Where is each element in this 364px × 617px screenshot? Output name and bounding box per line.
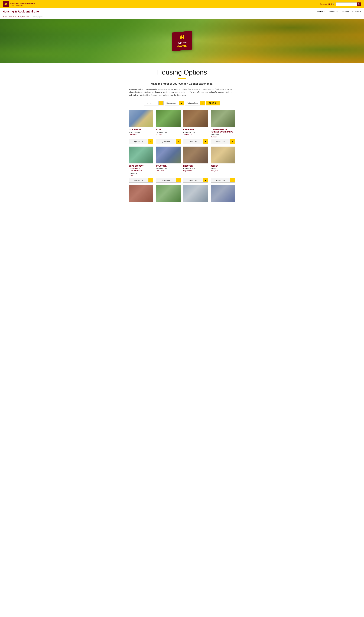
card-name-17th-avenue[interactable]: 17TH AVENUE (129, 128, 153, 131)
card-image-como (129, 146, 153, 163)
lock-icon: 🔒 (332, 3, 334, 5)
housing-card-keeler: KEELER Apartment Dinkytown Quick Look ▼ (211, 146, 235, 183)
roommates-filter-group: Roommates ▼ (165, 101, 184, 105)
hero-banner: M We are driven. (0, 19, 364, 63)
breadcrumb-home[interactable]: Home (3, 16, 7, 18)
card-type-frontier: Residence Hall (183, 168, 208, 170)
card-type-17th-avenue: Residence Hall (129, 131, 153, 133)
quick-look-arrow-como[interactable]: ▼ (148, 178, 153, 183)
quick-look-arrow-comstock[interactable]: ▼ (176, 178, 181, 183)
page-subtitle: Make the most of your Golden Gopher expe… (129, 82, 235, 85)
quick-look-bailey: Quick Look ▼ (156, 139, 181, 144)
housing-card-row3d (211, 185, 235, 203)
main-nav: Housing & Residential Life Live Here Com… (0, 8, 364, 15)
quick-look-arrow-centennial[interactable]: ▼ (203, 139, 208, 144)
quick-look-arrow-17th-avenue[interactable]: ▼ (148, 139, 153, 144)
myu-link[interactable]: MyU 🔒 (328, 3, 334, 5)
card-image-row3c (183, 185, 208, 202)
global-search: 🔍 (336, 2, 361, 6)
quick-look-btn-como[interactable]: Quick Look (129, 178, 148, 183)
quick-look-arrow-commonwealth[interactable]: ▼ (230, 139, 235, 144)
one-stop-link[interactable]: One Stop (320, 3, 327, 5)
global-search-button[interactable]: 🔍 (357, 2, 361, 6)
quick-look-frontier: Quick Look ▼ (183, 178, 208, 183)
housing-card-como: COMO STUDENT COMMUNITY COOPERATIVE Townh… (129, 146, 153, 183)
card-neighborhood-17th-avenue[interactable]: Dinkytown (129, 133, 153, 135)
housing-card-bailey: BAILEY Residence Hall St. Paul Quick Loo… (156, 110, 181, 144)
neighborhood-select[interactable]: Neighborhood (185, 101, 200, 105)
card-neighborhood-como[interactable]: Como (129, 174, 153, 176)
iam-filter-group: I am a... ▼ (144, 101, 164, 105)
card-type-commonwealth: Townhouse (211, 134, 235, 136)
breadcrumb-neighborhoods[interactable]: Neighborhoods (18, 16, 29, 18)
breadcrumb-live-here[interactable]: Live Here (9, 16, 16, 18)
card-neighborhood-comstock[interactable]: East River (156, 170, 181, 172)
nav-residents[interactable]: Residents (341, 11, 349, 13)
housing-card-17th-avenue: 17TH AVENUE Residence Hall Dinkytown Qui… (129, 110, 153, 144)
quick-look-btn-keeler[interactable]: Quick Look (211, 178, 230, 183)
card-type-keeler: Apartment (211, 168, 235, 170)
card-image-frontier (183, 146, 208, 163)
iam-select[interactable]: I am a... (144, 101, 158, 105)
card-name-centennial[interactable]: CENTENNIAL (183, 128, 208, 131)
card-name-commonwealth[interactable]: COMMONWEALTH TERRACE COOPERATIVE (211, 128, 235, 133)
nav-covid[interactable]: COVID-19 (352, 11, 361, 13)
university-name: University of Minnesota (10, 2, 35, 4)
card-type-comstock: Residence Hall (156, 168, 181, 170)
card-neighborhood-bailey[interactable]: St. Paul (156, 133, 181, 135)
quick-look-btn-17th-avenue[interactable]: Quick Look (129, 139, 148, 144)
roommates-select[interactable]: Roommates (165, 101, 179, 105)
quick-look-arrow-bailey[interactable]: ▼ (176, 139, 181, 144)
nav-links: Live Here Community Residents COVID-19 (316, 11, 361, 13)
site-title[interactable]: Housing & Residential Life (3, 10, 39, 13)
search-button[interactable]: SEARCH (206, 101, 220, 105)
quick-look-btn-commonwealth[interactable]: Quick Look (211, 139, 230, 144)
global-search-input[interactable] (336, 2, 357, 6)
quick-look-btn-bailey[interactable]: Quick Look (156, 139, 176, 144)
quick-look-17th-avenue: Quick Look ▼ (129, 139, 153, 144)
card-neighborhood-centennial[interactable]: Superblock (183, 133, 208, 135)
main-content: Housing Options Make the most of your Go… (126, 63, 238, 209)
quick-look-btn-frontier[interactable]: Quick Look (183, 178, 203, 183)
neighborhood-dropdown-arrow[interactable]: ▼ (200, 101, 205, 105)
roommates-dropdown-arrow[interactable]: ▼ (179, 101, 184, 105)
card-type-como: Townhouse (129, 172, 153, 174)
hero-sign: M We are driven. (172, 31, 192, 51)
university-tagline: Driven to Discover® (10, 4, 35, 6)
nav-live-here[interactable]: Live Here (316, 11, 325, 13)
card-name-comstock[interactable]: COMSTOCK (156, 165, 181, 167)
card-name-frontier[interactable]: FRONTIER (183, 165, 208, 167)
card-name-keeler[interactable]: KEELER (211, 165, 235, 167)
quick-look-btn-comstock[interactable]: Quick Look (156, 178, 176, 183)
card-image-keeler (211, 146, 235, 163)
nav-community[interactable]: Community (328, 11, 338, 13)
card-name-como[interactable]: COMO STUDENT COMMUNITY COOPERATIVE (129, 165, 153, 172)
hero-m-logo: M (177, 34, 187, 40)
housing-card-row3a (129, 185, 153, 203)
housing-grid: 17TH AVENUE Residence Hall Dinkytown Qui… (129, 110, 235, 203)
page-title: Housing Options (129, 68, 235, 76)
housing-card-frontier: FRONTIER Residence Hall Superblock Quick… (183, 146, 208, 183)
card-name-bailey[interactable]: BAILEY (156, 128, 181, 131)
page-description: Residence halls and apartments for under… (129, 88, 235, 97)
quick-look-btn-centennial[interactable]: Quick Look (183, 139, 203, 144)
neighborhood-filter-group: Neighborhood ▼ (185, 101, 205, 105)
card-image-row3b (156, 185, 181, 202)
card-image-row3d (211, 185, 235, 202)
breadcrumb-sep2: › (17, 16, 18, 18)
card-image-commonwealth (211, 110, 235, 127)
iam-dropdown-arrow[interactable]: ▼ (158, 101, 163, 105)
quick-look-arrow-frontier[interactable]: ▼ (203, 178, 208, 183)
breadcrumb-sep3: › (30, 16, 31, 18)
card-neighborhood-frontier[interactable]: Superblock (183, 170, 208, 172)
quick-look-arrow-keeler[interactable]: ▼ (230, 178, 235, 183)
breadcrumb-current: Housing Options (32, 16, 43, 18)
card-neighborhood-keeler[interactable]: Dinkytown (211, 170, 235, 172)
card-image-17th-avenue (129, 110, 153, 127)
card-image-row3a (129, 185, 153, 202)
quick-look-como: Quick Look ▼ (129, 178, 153, 183)
title-underline (178, 78, 186, 79)
housing-card-centennial: CENTENNIAL Residence Hall Superblock Qui… (183, 110, 208, 144)
quick-look-keeler: Quick Look ▼ (211, 178, 235, 183)
card-neighborhood-commonwealth[interactable]: St. Paul (211, 136, 235, 138)
